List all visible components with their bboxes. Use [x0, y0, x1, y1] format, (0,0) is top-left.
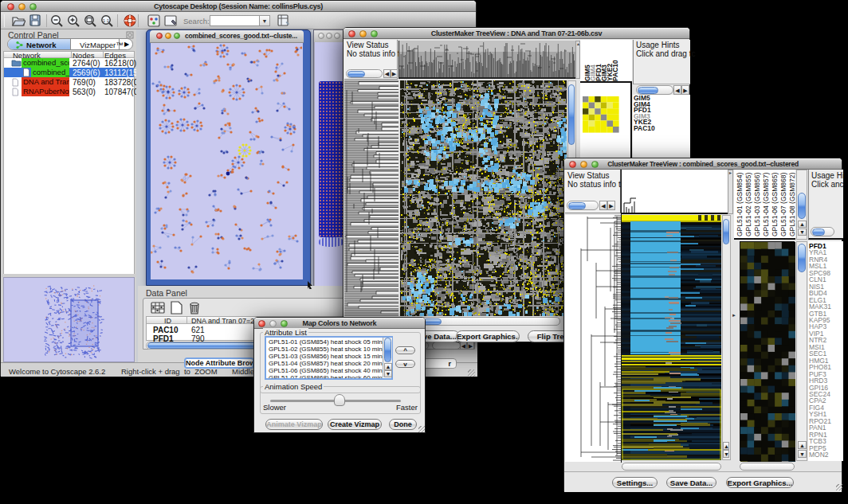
svg-text:1:1: 1:1 [103, 18, 110, 23]
